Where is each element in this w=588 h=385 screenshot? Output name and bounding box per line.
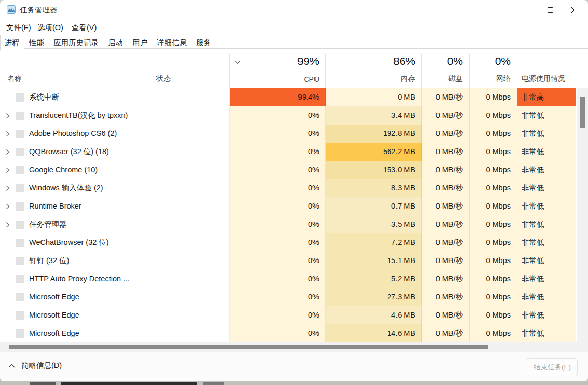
cpu-cell: 0% [230, 143, 326, 161]
process-row[interactable]: Microsoft Edge0%27.3 MB0 MB/秒0 Mbps非常低 [0, 288, 588, 306]
column-header-net[interactable]: 0%网络 [470, 54, 517, 88]
column-header-cpu[interactable]: 99%CPU [230, 54, 326, 88]
process-name-cell: TranslucentTB(汉化 by tpxxn) [0, 106, 152, 125]
status-cell [152, 125, 230, 143]
mem-cell: 8.3 MB [326, 179, 422, 197]
mem-cell: 3.4 MB [326, 106, 422, 125]
horizontal-scrollbar-thumb[interactable] [9, 345, 488, 349]
disk-cell: 0 MB/秒 [422, 106, 470, 125]
process-name: TranslucentTB(汉化 by tpxxn) [29, 106, 128, 125]
net-cell: 0 Mbps [470, 125, 517, 143]
net-cell: 0 Mbps [470, 88, 517, 106]
process-name: HTTP Auto Proxy Detection ... [29, 270, 129, 288]
process-name: Adobe Photoshop CS6 (2) [29, 125, 117, 143]
power-cell: 非常高 [517, 88, 576, 106]
end-task-button[interactable]: 结束任务(E) [527, 358, 578, 376]
horizontal-scrollbar[interactable] [0, 342, 588, 352]
disk-cell: 0 MB/秒 [422, 143, 470, 161]
tab-1[interactable]: 性能 [24, 36, 49, 51]
status-cell [152, 197, 230, 215]
power-cell: 非常低 [517, 252, 576, 270]
task-manager-window: 任务管理器 文件(F) 选项(O) 查看(V) 进程性能应用历史记录启动用户详细… [0, 0, 588, 381]
taskbar-fragment [61, 382, 197, 385]
mem-cell: 4.6 MB [326, 306, 422, 324]
status-cell [152, 233, 230, 252]
net-cell: 0 Mbps [470, 106, 517, 125]
expand-chevron-icon [6, 222, 10, 228]
status-cell [152, 306, 230, 324]
process-name-cell: Windows 输入体验 (2) [0, 179, 152, 197]
process-name-cell: 任务管理器 [0, 215, 152, 233]
mem-cell: 5.2 MB [326, 270, 422, 288]
sort-chevron-down-icon [235, 60, 241, 64]
cpu-cell: 0% [230, 197, 326, 215]
cpu-cell: 0% [230, 215, 326, 233]
process-icon [16, 329, 24, 338]
column-header-mem[interactable]: 86%内存 [326, 54, 422, 88]
mem-cell: 7.2 MB [326, 233, 422, 252]
column-header-name[interactable]: 名称 [0, 54, 152, 88]
disk-cell: 0 MB/秒 [422, 270, 470, 288]
tab-2[interactable]: 应用历史记录 [49, 36, 103, 51]
status-cell [152, 324, 230, 342]
chevron-up-icon [8, 364, 15, 368]
process-row[interactable]: 任务管理器0%3.5 MB0 MB/秒0 Mbps非常低 [0, 215, 588, 233]
process-row[interactable]: Microsoft Edge0%4.6 MB0 MB/秒0 Mbps非常低 [0, 306, 588, 324]
mem-cell: 3.5 MB [326, 215, 422, 233]
task-manager-icon [7, 5, 16, 14]
process-name-cell: Runtime Broker [0, 197, 152, 215]
cpu-cell: 0% [230, 288, 326, 306]
menu-options[interactable]: 选项(O) [34, 21, 66, 34]
fewer-details-toggle[interactable]: 简略信息(D) [8, 361, 62, 370]
process-row[interactable]: QQBrowser (32 位) (18)0%562.2 MB0 MB/秒0 M… [0, 143, 588, 161]
process-icon [16, 311, 24, 320]
minimize-button[interactable] [514, 0, 538, 20]
process-row[interactable]: 系统中断99.4%0 MB0 MB/秒0 Mbps非常高 [0, 88, 588, 106]
net-cell: 0 Mbps [470, 324, 517, 342]
cpu-cell: 0% [230, 106, 326, 125]
process-name: 任务管理器 [29, 215, 67, 233]
power-cell: 非常低 [517, 179, 576, 197]
power-cell: 非常低 [517, 215, 576, 233]
column-header-status[interactable]: 状态 [152, 54, 230, 88]
process-row[interactable]: HTTP Auto Proxy Detection ...0%5.2 MB0 M… [0, 270, 588, 288]
cpu-cell: 0% [230, 233, 326, 252]
process-row[interactable]: Google Chrome (10)0%153.0 MB0 MB/秒0 Mbps… [0, 161, 588, 179]
process-row[interactable]: Microsoft Edge0%14.6 MB0 MB/秒0 Mbps非常低 [0, 324, 588, 342]
mem-cell: 15.1 MB [326, 252, 422, 270]
mem-cell: 562.2 MB [326, 143, 422, 161]
power-cell: 非常低 [517, 288, 576, 306]
tab-3[interactable]: 启动 [103, 36, 128, 51]
process-row[interactable]: Adobe Photoshop CS6 (2)0%192.8 MB0 MB/秒0… [0, 125, 588, 143]
process-icon [16, 239, 24, 247]
tab-strip: 进程性能应用历史记录启动用户详细信息服务 [0, 34, 588, 49]
net-cell: 0 Mbps [470, 143, 517, 161]
close-button[interactable] [562, 0, 586, 20]
disk-cell: 0 MB/秒 [422, 179, 470, 197]
mem-cell: 0.7 MB [326, 197, 422, 215]
column-header-power[interactable]: 电源使用情况 [517, 54, 576, 88]
process-icon [16, 148, 24, 156]
vertical-scrollbar[interactable] [577, 88, 588, 342]
column-header-disk[interactable]: 0%磁盘 [422, 54, 470, 88]
process-row[interactable]: TranslucentTB(汉化 by tpxxn)0%3.4 MB0 MB/秒… [0, 106, 588, 125]
process-name-cell: Microsoft Edge [0, 288, 152, 306]
tab-6[interactable]: 服务 [192, 36, 216, 51]
process-name: WeChatBrowser (32 位) [29, 233, 109, 252]
tab-4[interactable]: 用户 [128, 36, 152, 51]
disk-cell: 0 MB/秒 [422, 88, 470, 106]
tab-5[interactable]: 详细信息 [152, 36, 192, 51]
process-name-cell: Microsoft Edge [0, 324, 152, 342]
window-title: 任务管理器 [20, 5, 58, 15]
maximize-button[interactable] [538, 0, 562, 20]
fewer-details-label: 简略信息(D) [21, 361, 62, 370]
process-row[interactable]: WeChatBrowser (32 位)0%7.2 MB0 MB/秒0 Mbps… [0, 233, 588, 252]
process-row[interactable]: Windows 输入体验 (2)0%8.3 MB0 MB/秒0 Mbps非常低 [0, 179, 588, 197]
menu-view[interactable]: 查看(V) [69, 21, 100, 34]
process-row[interactable]: Runtime Broker0%0.7 MB0 MB/秒0 Mbps非常低 [0, 197, 588, 215]
tab-0[interactable]: 进程 [0, 35, 24, 51]
vertical-scrollbar-thumb[interactable] [580, 97, 585, 128]
process-row[interactable]: 钉钉 (32 位)0%15.1 MB0 MB/秒0 Mbps非常低 [0, 252, 588, 270]
menu-file[interactable]: 文件(F) [3, 21, 34, 34]
net-cell: 0 Mbps [470, 161, 517, 179]
